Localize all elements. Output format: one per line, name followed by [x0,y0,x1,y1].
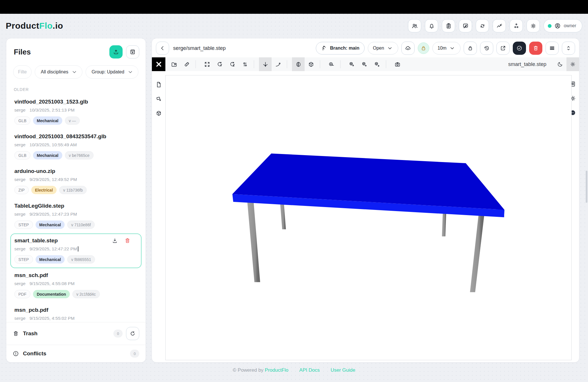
file-list-item[interactable]: arduino-uno.zip serge 9/29/2025, 12:49:5… [10,164,142,199]
hemisphere-tool-button[interactable] [292,57,305,71]
bell-button[interactable] [425,19,438,32]
refresh-trash-button[interactable] [126,327,139,340]
clipboard-button[interactable] [442,19,455,32]
back-button[interactable] [156,42,169,55]
feedback-button[interactable] [459,19,472,32]
file-list-item[interactable]: smart_table.step serge 9/29/2025, 12:47:… [10,233,142,268]
file-meta: serge 9/15/2025, 4:55:02 PM [14,316,138,321]
camera-tool-button[interactable] [391,57,404,71]
activity-button[interactable] [493,19,506,32]
user-guide-link[interactable]: User Guide [330,367,355,373]
chevron-down-icon [387,45,393,51]
nodes-button[interactable] [510,19,523,32]
upload-file-button[interactable] [109,45,123,59]
users-button[interactable] [408,19,421,32]
menu-button[interactable] [546,42,559,55]
rotate-y-tool-button[interactable] [213,57,226,71]
activity-icon [496,23,503,29]
file-list-item[interactable]: msn_sch.pdf serge 9/15/2025, 4:55:08 PM … [10,268,142,303]
file-list-item[interactable]: msn_pcb.pdf serge 9/15/2025, 4:55:02 PM … [10,303,142,322]
app-logo: ProductFlo.io [6,21,63,31]
viewer-toolbar: smart_table.step [152,57,579,71]
file-list-item[interactable]: TableLegGlide.step serge 9/29/2025, 12:4… [10,199,142,233]
open-external-button[interactable] [496,42,510,55]
hemisphere-icon [295,61,302,68]
file-name: arduino-uno.zip [14,168,55,174]
curve-icon [275,61,281,68]
xeokit-logo-button[interactable] [152,57,165,71]
cube-tool-button[interactable] [305,57,317,71]
cloud-upload-icon [405,45,411,51]
paint-rail-button[interactable] [154,95,163,103]
open-dropdown[interactable]: Open [368,42,398,54]
page-icon [155,81,162,88]
expand-tool-button[interactable] [201,57,213,71]
light-mode-button[interactable] [566,57,579,71]
conflicts-label: Conflicts [23,350,46,357]
branch-icon [321,45,327,51]
download-file-button[interactable] [112,237,118,244]
link-tool-button[interactable] [180,57,193,71]
page-rail-button[interactable] [154,80,163,89]
smart-table-3d-model [166,75,571,360]
folder-export-tool-button[interactable] [168,57,180,71]
cube-right-tool-button[interactable] [358,57,371,71]
cube-code-tool-button[interactable] [371,57,383,71]
cube-icon [308,61,314,68]
sync-button[interactable] [476,19,489,32]
lock-icon [420,45,427,51]
flip-vertical-tool-button[interactable] [239,57,251,71]
filter-input[interactable] [13,65,32,79]
model-canvas[interactable] [165,75,572,360]
files-filter-row: All disciplines Group: Updated [6,61,146,80]
logo-product: Product [6,21,39,30]
delete-button[interactable] [529,42,542,55]
measure-tool-button[interactable] [325,57,338,71]
viewer-controls: Branch: main Open 10m [316,42,575,55]
cube3d-icon [155,110,162,117]
account-pill[interactable]: owner [543,19,582,32]
cloud-upload-button[interactable] [401,42,415,55]
gear-button[interactable] [527,19,540,32]
curve-tool-button[interactable] [272,57,284,71]
delete-file-button[interactable] [124,237,131,244]
page-scrollbar-thumb[interactable] [586,171,587,203]
chevron-down-icon [127,69,134,75]
approve-button[interactable] [513,42,526,55]
version-badge: v f8865551 [67,255,95,264]
rotate-z-tool-button[interactable] [226,57,239,71]
file-updated-timestamp: 9/15/2025, 4:55:08 PM [30,281,75,286]
logo-tld: .io [53,21,63,30]
lock-status-indicator[interactable] [418,42,429,54]
sync-icon [479,23,486,29]
productflo-link[interactable]: ProductFlo [265,367,288,373]
archive-icon [129,49,136,55]
history-button[interactable] [480,42,493,55]
branch-button[interactable]: Branch: main [316,42,364,54]
api-docs-link[interactable]: API Docs [299,367,320,373]
cube-down-tool-button[interactable] [345,57,358,71]
history-icon [483,45,490,51]
online-status-dot [548,24,552,28]
file-list-item[interactable]: vintfood_20251003_0843253547.glb serge 1… [10,129,142,164]
group-dropdown[interactable]: Group: Updated [86,65,138,79]
table-leg-front-left [247,201,260,282]
expand-icon [204,61,210,68]
trash-row[interactable]: Trash 0 [6,322,146,345]
lock-timeout-dropdown[interactable]: 10m [432,42,461,54]
dark-mode-button[interactable] [554,57,566,71]
menu-icon [549,45,555,51]
file-badges: GLB Mechanical v — [14,116,138,125]
archive-button[interactable] [126,45,139,59]
cube3d-rail-button[interactable] [154,109,163,118]
disciplines-dropdown[interactable]: All disciplines [35,65,82,79]
file-name: smart_table.step [14,237,58,244]
lock-button[interactable] [464,42,477,55]
refresh-icon [129,330,136,337]
conflicts-row[interactable]: Conflicts 0 [6,345,146,362]
group-value: Group: Updated [92,69,124,75]
version-badge: v 2c1fdd4c [72,290,100,298]
expand-collapse-button[interactable] [562,42,575,55]
axis-tool-button[interactable] [259,57,272,71]
file-list-item[interactable]: vintfood_20251003_1523.glb serge 10/3/20… [10,95,142,129]
